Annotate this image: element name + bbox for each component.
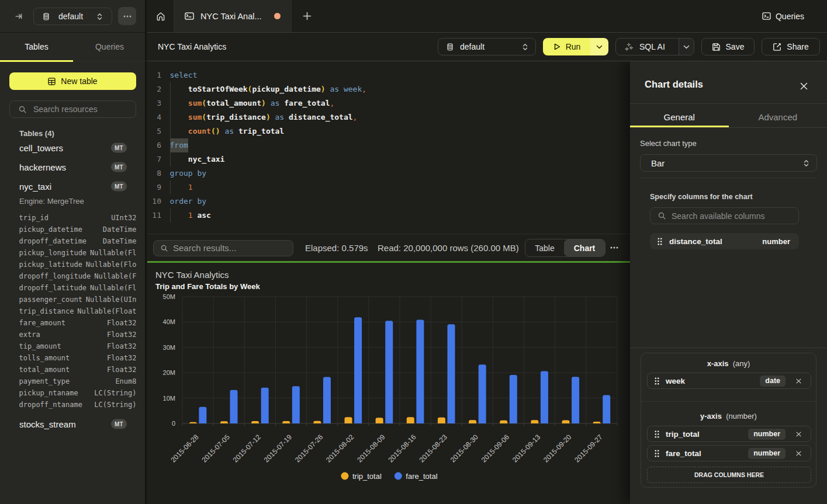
bar-trip_total[interactable]: [562, 420, 569, 423]
column-row[interactable]: passenger_countNullable(UIn: [19, 296, 137, 307]
bar-trip_total[interactable]: [500, 420, 507, 423]
remove-icon[interactable]: [796, 378, 801, 384]
bar-trip_total[interactable]: [313, 421, 321, 423]
bar-trip_total[interactable]: [531, 420, 538, 423]
results-search-input[interactable]: Search results...: [153, 240, 293, 256]
sidebar-search-input[interactable]: Search resources: [9, 100, 136, 118]
tab-advanced[interactable]: Advanced: [729, 104, 827, 127]
bar-fare_total[interactable]: [354, 317, 362, 423]
tab-general[interactable]: General: [630, 104, 729, 127]
bar-fare_total[interactable]: [385, 321, 393, 423]
bar-trip_total[interactable]: [438, 418, 445, 423]
columns-section-label: Specify columns for the chart: [650, 193, 753, 201]
drag-columns-dropzone[interactable]: DRAG COLUMNS HERE: [647, 467, 811, 483]
bar-fare_total[interactable]: [510, 375, 517, 423]
collapse-sidebar-icon[interactable]: [15, 12, 23, 20]
home-button[interactable]: [147, 0, 174, 32]
column-row[interactable]: pickup_latitudeNullable(Flo: [19, 260, 137, 272]
column-row[interactable]: dropoff_longitudeNullable(F: [19, 272, 137, 284]
bar-trip_total[interactable]: [220, 421, 228, 423]
column-row[interactable]: payment_typeEnum8: [19, 377, 137, 389]
bar-fare_total[interactable]: [448, 324, 455, 423]
tab-queries[interactable]: Queries: [73, 33, 146, 61]
sql-editor[interactable]: 1select2 toStartOfWeek(pickup_datetime) …: [147, 61, 630, 234]
table-row[interactable]: hackernews MT: [0, 158, 146, 177]
remove-icon[interactable]: [796, 451, 801, 456]
column-row[interactable]: total_amountFloat32: [19, 366, 137, 377]
bar-fare_total[interactable]: [603, 395, 610, 423]
y-axis-item-trip-total[interactable]: trip_total number: [647, 426, 811, 442]
bar-fare_total[interactable]: [572, 377, 579, 423]
column-row[interactable]: pickup_ntanameLC(String): [19, 389, 137, 401]
bar-trip_total[interactable]: [407, 417, 414, 423]
bar-fare_total[interactable]: [292, 386, 300, 423]
results-more-button[interactable]: [610, 246, 618, 249]
bar-fare_total[interactable]: [416, 319, 424, 423]
table-row[interactable]: cell_towers MT: [0, 138, 146, 158]
columns-search-input[interactable]: Search available columns: [650, 207, 799, 224]
new-table-button[interactable]: New table: [9, 72, 136, 90]
column-row[interactable]: pickup_datetimeDateTime: [19, 225, 137, 237]
bar-trip_total[interactable]: [593, 422, 601, 423]
legend-dot-fare_total[interactable]: [395, 472, 402, 480]
column-row[interactable]: tolls_amountFloat32: [19, 354, 137, 366]
view-option-chart[interactable]: Chart: [564, 239, 605, 256]
column-row[interactable]: fare_amountFloat32: [19, 319, 137, 331]
drag-handle-icon[interactable]: [655, 377, 659, 385]
bar-trip_total[interactable]: [376, 418, 383, 423]
bar-fare_total[interactable]: [230, 390, 238, 423]
toolbar-database-select[interactable]: default: [438, 38, 536, 55]
column-row[interactable]: pickup_longitudeNullable(Fl: [19, 249, 137, 260]
bar-fare_total[interactable]: [323, 377, 331, 423]
run-options-button[interactable]: [590, 38, 608, 55]
column-row[interactable]: dropoff_latitudeNullable(Fl: [19, 284, 137, 296]
y-tick-label: 30M: [163, 344, 175, 351]
available-column-distance-total[interactable]: distance_total number: [650, 233, 799, 249]
legend-label[interactable]: trip_total: [352, 472, 382, 481]
column-row[interactable]: tip_amountFloat32: [19, 342, 137, 354]
view-option-table[interactable]: Table: [525, 239, 564, 256]
bar-trip_total[interactable]: [469, 420, 476, 423]
bar-fare_total[interactable]: [479, 364, 486, 423]
bar-fare_total[interactable]: [541, 371, 548, 423]
bar-chart[interactable]: 010M20M30M40M50M2015-06-282015-07-052015…: [147, 263, 630, 504]
sql-ai-button[interactable]: SQL AI: [616, 42, 679, 52]
column-row[interactable]: trip_idUInt32: [19, 214, 137, 225]
x-axis-item-week[interactable]: week date: [647, 373, 811, 389]
drag-handle-icon[interactable]: [655, 430, 659, 438]
bar-trip_total[interactable]: [282, 421, 290, 423]
sql-ai-options-button[interactable]: [679, 39, 694, 55]
legend-label[interactable]: fare_total: [406, 472, 437, 481]
tab-nyc-taxi-analytics[interactable]: NYC Taxi Anal...: [174, 0, 292, 32]
drag-handle-icon[interactable]: [655, 450, 659, 457]
bar-fare_total[interactable]: [261, 388, 269, 423]
table-row[interactable]: stocks_stream MT: [0, 415, 146, 434]
close-icon[interactable]: [800, 82, 808, 90]
queries-button[interactable]: Queries: [762, 0, 804, 32]
remove-icon[interactable]: [796, 432, 801, 437]
share-button[interactable]: Share: [762, 38, 820, 55]
column-row[interactable]: trip_distanceNullable(Float: [19, 307, 137, 319]
legend-dot-trip_total[interactable]: [341, 472, 348, 480]
drag-handle-icon[interactable]: [658, 238, 662, 245]
column-row[interactable]: extraFloat32: [19, 331, 137, 342]
column-type: Nullable(UIn: [86, 296, 137, 307]
search-icon: [658, 212, 666, 220]
bar-trip_total[interactable]: [251, 421, 259, 423]
bar-trip_total[interactable]: [344, 417, 352, 423]
column-row[interactable]: dropoff_ntanameLC(String): [19, 401, 137, 412]
column-row[interactable]: dropoff_datetimeDateTime: [19, 237, 137, 249]
editor-line: 5 count() as trip_total: [147, 124, 630, 138]
sidebar-database-select[interactable]: default: [33, 8, 112, 25]
y-axis-item-fare-total[interactable]: fare_total number: [647, 445, 811, 461]
tab-tables[interactable]: Tables: [0, 33, 73, 61]
chart-type-value: Bar: [651, 158, 665, 168]
new-tab-button[interactable]: [295, 0, 319, 32]
table-row[interactable]: nyc_taxi MT: [0, 177, 146, 196]
chart-type-select[interactable]: Bar: [640, 154, 817, 172]
save-button[interactable]: Save: [701, 38, 755, 55]
sidebar-more-button[interactable]: [118, 7, 136, 25]
bar-fare_total[interactable]: [199, 407, 206, 423]
column-type: Nullable(F: [94, 272, 136, 284]
run-button[interactable]: Run: [543, 38, 590, 55]
